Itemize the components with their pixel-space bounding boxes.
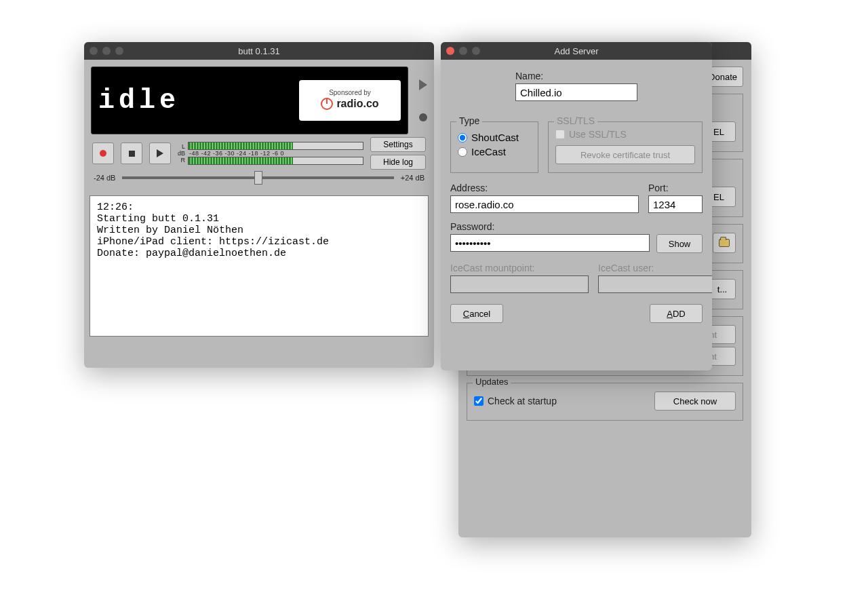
settings-button[interactable]: Settings [370,137,426,152]
address-input[interactable] [450,195,639,213]
record-icon [100,150,106,157]
main-titlebar[interactable]: butt 0.1.31 [84,42,434,60]
add-server-title: Add Server [441,46,712,56]
type-fieldset: Type ShoutCast IceCast [450,121,538,173]
meter-db-label: dB [178,150,185,157]
record-button[interactable] [92,142,114,164]
icecast-user-input [598,275,712,293]
lcd-side-controls [419,66,427,134]
name-label: Name: [515,71,637,81]
mountpoint-input [450,275,589,293]
sponsor-label: Sponsored by [329,89,371,96]
sponsor-box[interactable]: Sponsored by radio.co [299,80,401,121]
icecast-radio[interactable]: IceCast [458,146,531,157]
maximize-icon[interactable] [472,47,480,55]
port-input[interactable] [648,195,703,213]
password-input[interactable] [450,234,650,252]
show-password-button[interactable]: Show [656,234,703,253]
play-icon [157,149,163,157]
gain-max-label: +24 dB [401,174,425,182]
play-button[interactable] [149,142,171,164]
log-output: 12:26: Starting butt 0.1.31 Written by D… [90,195,429,337]
meter-right [188,157,363,165]
power-icon [321,98,333,110]
main-window: butt 0.1.31 idle Sponsored by radio.co [84,42,434,368]
lcd-display: idle Sponsored by radio.co [91,66,408,134]
mountpoint-label: IceCast mountpoint: [450,263,589,273]
hide-log-button[interactable]: Hide log [370,155,426,170]
gain-slider[interactable] [122,176,393,179]
lcd-status-text: idle [98,85,180,116]
ssl-legend: SSL/TLS [554,115,597,126]
add-button[interactable]: ADD [650,304,703,323]
close-icon[interactable] [90,47,98,55]
minimize-icon[interactable] [102,47,111,55]
check-startup-label: Check at startup [488,396,557,406]
folder-icon [719,239,730,247]
type-legend: Type [456,115,482,126]
meter-left-label: L [178,143,185,150]
use-ssl-checkbox: Use SSL/TLS [555,129,627,140]
meter-scale: -48 -42 -36 -30 -24 -18 -12 -6 0 [188,150,363,157]
meter-right-label: R [178,157,185,164]
minimize-icon[interactable] [459,47,467,55]
stop-button[interactable] [121,142,142,164]
record-indicator-icon[interactable] [419,113,427,121]
t-button[interactable]: t... [709,279,736,299]
maximize-icon[interactable] [115,47,123,55]
close-icon[interactable] [446,47,454,55]
address-label: Address: [450,183,639,193]
sponsor-brand: radio.co [336,98,378,110]
use-ssl-label: Use SSL/TLS [569,129,627,140]
name-input[interactable] [515,83,637,101]
slider-thumb[interactable] [254,171,262,185]
shoutcast-label: ShoutCast [471,132,519,143]
updates-group: Updates Check at startup Check now [467,383,743,421]
add-server-dialog: Add Server Name: Type ShoutCast IceCast [441,42,712,370]
icecast-label: IceCast [471,146,506,157]
check-now-button[interactable]: Check now [654,392,736,411]
check-startup-checkbox[interactable]: Check at startup [474,396,557,406]
cancel-button[interactable]: Cancel [450,304,503,323]
icecast-user-label: IceCast user: [598,263,712,273]
port-label: Port: [648,183,703,193]
main-title: butt 0.1.31 [84,46,434,56]
gain-min-label: -24 dB [94,174,115,182]
ssl-fieldset: SSL/TLS Use SSL/TLS Revoke certificate t… [548,121,703,173]
shoutcast-radio[interactable]: ShoutCast [458,132,531,143]
play-indicator-icon[interactable] [419,79,427,90]
add-server-titlebar[interactable]: Add Server [441,42,712,60]
stop-icon [129,151,135,157]
password-label: Password: [450,221,494,232]
folder-button[interactable] [713,233,736,253]
revoke-cert-button: Revoke certificate trust [555,145,695,164]
updates-legend: Updates [473,377,511,387]
meter-left [188,142,363,150]
